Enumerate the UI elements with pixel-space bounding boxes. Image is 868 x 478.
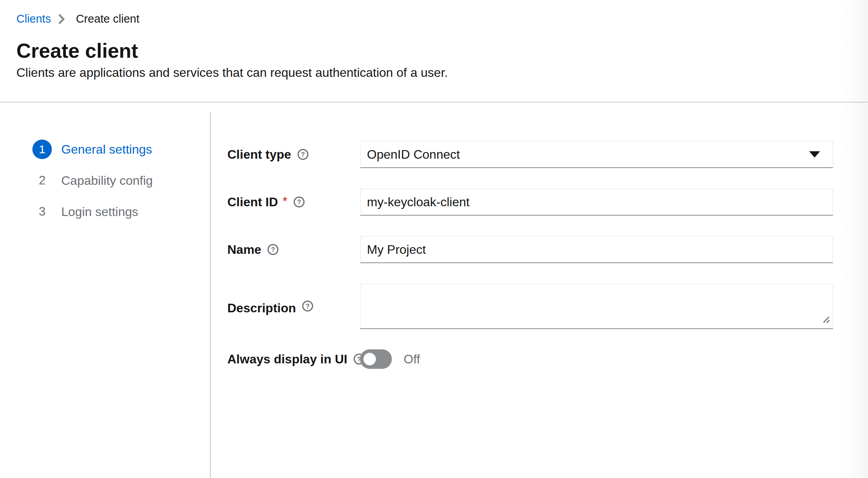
wizard-step-general-settings[interactable]: 1 General settings [32, 140, 210, 159]
wizard-step-capability-config[interactable]: 2 Capability config [32, 171, 210, 190]
wizard-step-login-settings[interactable]: 3 Login settings [32, 202, 210, 221]
breadcrumb-separator-icon [57, 14, 66, 25]
always-display-in-ui-label: Always display in UI [227, 352, 347, 366]
form-group-always-display-in-ui: Always display in UI ? Off [227, 349, 833, 369]
name-help-icon[interactable]: ? [267, 244, 278, 255]
client-id-label: Client ID [227, 195, 278, 209]
breadcrumb-current: Create client [76, 11, 140, 27]
form-group-description: Description ? [227, 283, 833, 329]
page-title: Create client [16, 38, 833, 63]
client-type-selected-value: OpenID Connect [367, 147, 809, 162]
wizard-step-number: 3 [32, 202, 52, 221]
always-display-in-ui-toggle[interactable] [360, 349, 392, 369]
general-settings-form: Client type ? OpenID Connect Client ID *… [211, 103, 868, 478]
client-id-help-icon[interactable]: ? [294, 197, 305, 207]
wizard-step-label: General settings [61, 142, 152, 157]
required-asterisk: * [283, 195, 287, 209]
toggle-knob [363, 353, 376, 365]
page-header: Clients Create client Create client Clie… [0, 0, 868, 103]
wizard-step-number: 2 [32, 171, 52, 190]
breadcrumb: Clients Create client [16, 11, 833, 27]
toggle-state-label: Off [404, 352, 420, 366]
form-group-client-id: Client ID * ? [227, 188, 833, 216]
form-group-client-type: Client type ? OpenID Connect [227, 141, 833, 168]
description-textarea[interactable] [360, 283, 833, 329]
wizard-step-label: Capability config [61, 173, 153, 188]
name-input[interactable] [360, 236, 833, 263]
wizard-step-label: Login settings [61, 205, 138, 219]
wizard-step-number-badge: 1 [32, 140, 52, 159]
page-subtitle: Clients are applications and services th… [16, 64, 833, 81]
form-group-name: Name ? [227, 236, 833, 263]
name-label: Name [227, 242, 261, 257]
breadcrumb-link-clients[interactable]: Clients [16, 11, 51, 27]
client-type-select[interactable]: OpenID Connect [360, 141, 833, 168]
create-client-page: Clients Create client Create client Clie… [0, 0, 868, 478]
wizard-section: 1 General settings 2 Capability config 3… [0, 103, 868, 478]
wizard-nav: 1 General settings 2 Capability config 3… [0, 103, 210, 233]
client-type-help-icon[interactable]: ? [298, 149, 308, 160]
description-help-icon[interactable]: ? [302, 301, 313, 312]
description-label: Description [227, 301, 296, 315]
client-id-input[interactable] [360, 188, 833, 216]
caret-down-icon [809, 151, 820, 158]
client-type-label: Client type [227, 147, 291, 162]
